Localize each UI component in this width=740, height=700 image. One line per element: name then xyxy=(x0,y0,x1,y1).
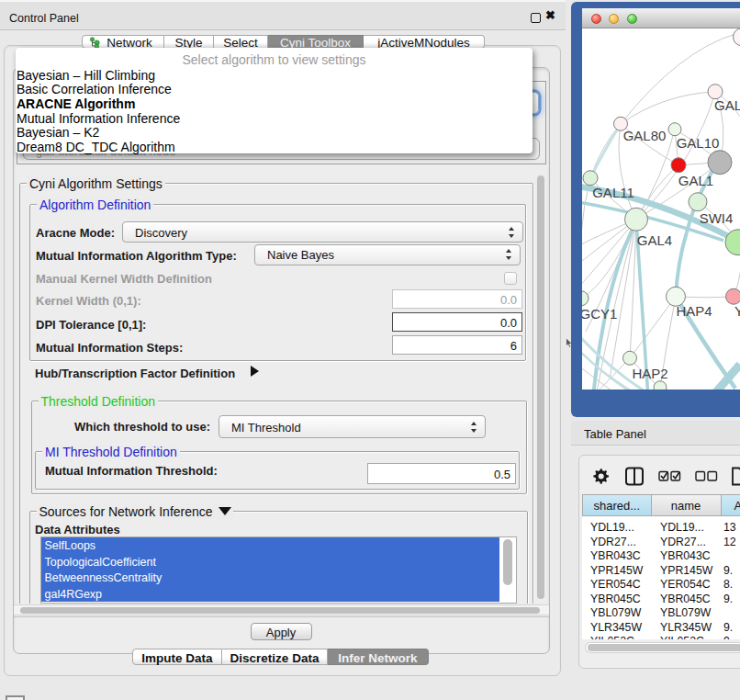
svg-text:GAL2: GAL2 xyxy=(714,96,740,112)
svg-text:GAL11: GAL11 xyxy=(592,185,634,200)
svg-text:GAL80: GAL80 xyxy=(623,128,667,143)
svg-text:GAL1: GAL1 xyxy=(678,173,713,188)
svg-text:HAP2: HAP2 xyxy=(632,365,667,380)
svg-text:SWI4: SWI4 xyxy=(700,209,734,225)
svg-text:HAP4: HAP4 xyxy=(676,302,712,318)
svg-text:GCY1: GCY1 xyxy=(582,305,617,321)
svg-text:GAL4: GAL4 xyxy=(637,232,672,248)
svg-text:Y: Y xyxy=(734,302,740,318)
svg-text:GAL10: GAL10 xyxy=(677,135,720,151)
